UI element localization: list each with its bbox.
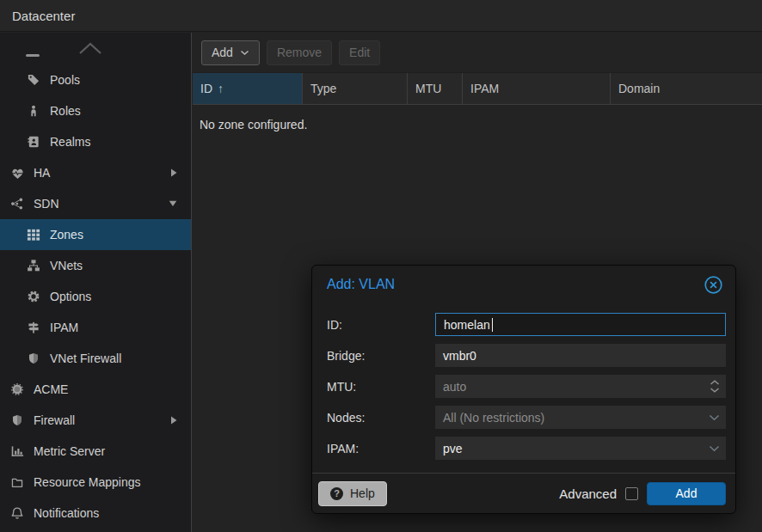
zones-toolbar: Add Remove Edit [193, 33, 762, 72]
sidebar-item-options[interactable]: Options [0, 281, 191, 312]
top-bar: Datacenter [0, 0, 762, 32]
expand-right-icon [171, 168, 177, 177]
sidebar-item-label: Realms [50, 135, 90, 149]
help-button[interactable]: ? Help [318, 481, 387, 506]
remove-button-label: Remove [277, 46, 322, 59]
column-header-type[interactable]: Type [303, 73, 408, 104]
certificate-icon [9, 382, 25, 396]
map-signs-icon [26, 321, 41, 334]
edit-button-label: Edit [349, 46, 370, 59]
bar-chart-icon [9, 444, 25, 458]
sidebar-item-ha[interactable]: HA [0, 157, 191, 188]
sort-ascending-icon: ↑ [218, 82, 224, 95]
dialog-titlebar[interactable]: Add: VLAN [312, 266, 735, 302]
advanced-checkbox[interactable] [625, 487, 638, 500]
add-button[interactable]: Add [201, 40, 260, 65]
dialog-footer: ? Help Advanced Add [312, 473, 735, 513]
submit-add-button[interactable]: Add [647, 482, 726, 505]
help-button-label: Help [350, 486, 375, 500]
column-header-domain[interactable]: Domain [611, 73, 762, 104]
zones-table-header: ID ↑ Type MTU IPAM Domain [193, 72, 762, 105]
sidebar-item-notifications[interactable]: Notifications [0, 498, 191, 529]
submit-add-label: Add [676, 486, 697, 500]
address-book-icon [26, 135, 41, 149]
sidebar-scroll-up-indicator[interactable] [0, 33, 191, 64]
ipam-combo-value: pve [443, 442, 463, 456]
sidebar-item-label: Options [50, 290, 91, 303]
sidebar-item-label: Zones [50, 228, 83, 242]
grid-icon [26, 228, 41, 242]
mtu-spinner[interactable]: auto [435, 375, 726, 398]
person-icon [26, 104, 41, 118]
sidebar-item-acme[interactable]: ACME [0, 374, 191, 405]
expand-right-icon [171, 416, 177, 425]
sidebar-item-label: VNets [50, 259, 83, 272]
advanced-label: Advanced [559, 486, 617, 501]
sidebar-item-vnets[interactable]: VNets [0, 250, 191, 281]
sidebar-item-label: ACME [34, 382, 68, 396]
zones-table-body: No zone configured. [193, 105, 762, 131]
gear-icon [26, 290, 41, 303]
id-input-value: homelan [444, 318, 490, 332]
bell-icon [9, 506, 25, 520]
sidebar: Pools Roles Realms HA [0, 33, 192, 532]
sidebar-item-roles[interactable]: Roles [0, 95, 191, 126]
dialog-form: ID: homelan Bridge: vmbr0 MTU: auto N [312, 302, 735, 460]
sidebar-item-realms[interactable]: Realms [0, 126, 191, 157]
sidebar-item-sdn[interactable]: SDN [0, 188, 191, 219]
sidebar-item-label: Resource Mappings [34, 475, 141, 489]
close-icon[interactable] [704, 275, 723, 295]
spinner-up-down-icon[interactable] [710, 375, 720, 398]
ipam-field-label: IPAM: [327, 442, 435, 456]
tag-icon [26, 73, 41, 87]
mtu-placeholder: auto [443, 380, 466, 394]
column-header-mtu[interactable]: MTU [408, 73, 463, 104]
sidebar-item-ipam[interactable]: IPAM [0, 312, 191, 343]
dialog-title: Add: VLAN [327, 277, 395, 292]
combo-chevron-down-icon[interactable] [709, 437, 720, 460]
edit-button[interactable]: Edit [339, 40, 380, 65]
id-input[interactable]: homelan [435, 313, 726, 336]
bridge-field-label: Bridge: [327, 349, 435, 363]
bridge-input[interactable]: vmbr0 [435, 344, 726, 367]
folder-icon [9, 476, 25, 489]
network-nodes-icon [9, 197, 25, 211]
add-button-label: Add [212, 46, 233, 59]
id-field-label: ID: [327, 318, 435, 332]
expand-down-icon [169, 201, 177, 207]
sidebar-item-firewall[interactable]: Firewall [0, 405, 191, 436]
sidebar-item-label: Firewall [34, 413, 75, 427]
sidebar-item-label: VNet Firewall [50, 352, 121, 365]
sidebar-item-label: Pools [50, 73, 80, 87]
nodes-combo[interactable]: All (No restrictions) [435, 406, 726, 429]
sidebar-item-label: Metric Server [34, 444, 105, 458]
empty-table-text: No zone configured. [200, 118, 307, 131]
sidebar-item-label: SDN [34, 197, 59, 211]
heartbeat-icon [9, 167, 25, 180]
sidebar-item-label: Roles [50, 104, 81, 118]
nodes-field-label: Nodes: [327, 411, 435, 425]
sidebar-item-label: IPAM [50, 321, 78, 334]
nodes-placeholder: All (No restrictions) [443, 411, 544, 425]
sidebar-item-zones[interactable]: Zones [0, 219, 191, 250]
add-vlan-dialog: Add: VLAN ID: homelan Bridge: vmbr0 MTU:… [311, 265, 736, 514]
mtu-field-label: MTU: [327, 380, 435, 394]
ipam-combo[interactable]: pve [435, 437, 726, 460]
column-header-ipam[interactable]: IPAM [463, 73, 611, 104]
sidebar-item-pools[interactable]: Pools [0, 64, 191, 95]
shield-icon [26, 352, 41, 365]
sidebar-item-label: Notifications [34, 506, 99, 520]
scroll-up-chevron-icon [77, 40, 103, 58]
column-header-id[interactable]: ID ↑ [193, 73, 303, 104]
remove-button[interactable]: Remove [267, 40, 332, 65]
chevron-down-icon [240, 50, 249, 56]
combo-chevron-down-icon[interactable] [709, 406, 720, 429]
sidebar-item-metric-server[interactable]: Metric Server [0, 436, 191, 467]
sidebar-item-resource-mappings[interactable]: Resource Mappings [0, 467, 191, 498]
bridge-input-value: vmbr0 [443, 349, 476, 363]
sitemap-icon [26, 259, 41, 272]
sidebar-item-label: HA [34, 166, 50, 180]
shield-icon [9, 413, 25, 427]
sidebar-item-vnet-firewall[interactable]: VNet Firewall [0, 343, 191, 374]
page-title: Datacenter [12, 9, 75, 23]
